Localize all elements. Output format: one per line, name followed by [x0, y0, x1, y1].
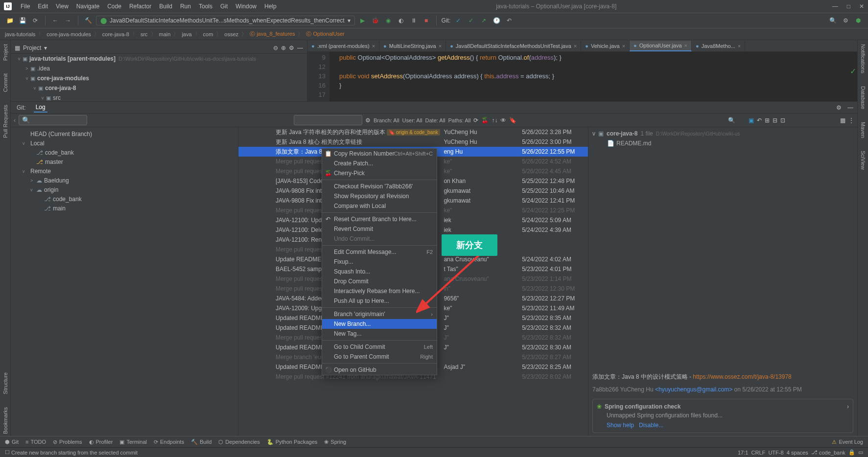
- breadcrumb-item[interactable]: core-java-8: [102, 31, 129, 37]
- menu-window[interactable]: Window: [232, 1, 260, 12]
- bottom-tab-spring[interactable]: ❀Spring: [324, 439, 346, 445]
- bottom-tab-todo[interactable]: ≡TODO: [25, 439, 46, 445]
- bottom-tab-git[interactable]: ⬢Git: [5, 439, 19, 445]
- breadcrumb-item[interactable]: ossez: [224, 31, 238, 37]
- push-icon[interactable]: ↑↓: [492, 117, 497, 124]
- revert-icon[interactable]: ↶: [757, 117, 762, 124]
- eye-icon[interactable]: 👁: [500, 117, 506, 124]
- menu-build[interactable]: Build: [155, 1, 176, 12]
- bottom-tab-dependencies[interactable]: ⬡Dependencies: [218, 439, 259, 445]
- menu-navigate[interactable]: Navigate: [72, 1, 103, 12]
- ctx-checkout-revision-a-bb-[interactable]: Checkout Revision '7a8bb266': [322, 182, 437, 191]
- breadcrumb-item[interactable]: java-tutorials: [5, 31, 35, 37]
- breadcrumb-item[interactable]: core-java-modules: [47, 31, 91, 37]
- back-icon[interactable]: ‹: [14, 117, 16, 124]
- sync-icon[interactable]: ⟳: [30, 16, 40, 25]
- editor-tab[interactable]: ●Java8DefaultStaticIntefaceMethodsUnitTe…: [446, 41, 581, 51]
- menu-file[interactable]: File: [17, 1, 34, 12]
- menu-tools[interactable]: Tools: [195, 1, 216, 12]
- disable-link[interactable]: Disable...: [639, 422, 663, 429]
- branch-node[interactable]: ⎇master: [11, 157, 238, 166]
- git-rollback-icon[interactable]: ↶: [504, 16, 514, 25]
- tool-tab-bookmarks[interactable]: Bookmarks: [2, 405, 8, 436]
- tree-node[interactable]: v▣src: [11, 93, 307, 101]
- tree-node[interactable]: v▣core-java-modules: [11, 73, 307, 83]
- breadcrumb-item[interactable]: src: [141, 31, 148, 37]
- debug-icon[interactable]: 🐞: [371, 16, 380, 25]
- tree-node[interactable]: v▣core-java-8: [11, 83, 307, 93]
- layout-icon[interactable]: ▦: [840, 117, 845, 124]
- filter-paths[interactable]: Paths: All: [448, 117, 471, 123]
- editor-tab[interactable]: ●.xml (parent-modules)×: [307, 41, 379, 51]
- bottom-tab-build[interactable]: 🔨Build: [191, 439, 211, 445]
- breadcrumb-item[interactable]: ⓒ java_8_features: [250, 30, 295, 38]
- branch-node[interactable]: >☁Baeldung: [11, 176, 238, 185]
- bottom-tab-profiler[interactable]: ◐Profiler: [89, 439, 113, 445]
- commit-row[interactable]: 更新 Java 字符串相关的内容和使用的版本 🔖 origin & code_b…: [238, 127, 588, 137]
- expand-icon[interactable]: ⊟: [773, 117, 777, 124]
- menu-refactor[interactable]: Refactor: [125, 1, 155, 12]
- settings-icon[interactable]: ⚙: [289, 45, 294, 51]
- refresh-icon[interactable]: ⟳: [473, 117, 478, 124]
- git-tab-git[interactable]: Git:: [15, 103, 28, 112]
- open-icon[interactable]: 📁: [5, 16, 15, 25]
- ctx-drop-commit[interactable]: Drop Commit: [322, 276, 437, 286]
- ctx-show-repository-at-revision[interactable]: Show Repository at Revision: [322, 191, 437, 201]
- cherry-icon[interactable]: 🍒: [481, 117, 489, 124]
- current-branch[interactable]: code_bank: [819, 450, 845, 456]
- git-history-icon[interactable]: 🕐: [492, 16, 501, 25]
- ctx-push-all-up-to-here-[interactable]: Push All up to Here...: [322, 296, 437, 306]
- caret-position[interactable]: 17:1: [738, 450, 748, 456]
- tool-tab-project[interactable]: Project: [2, 42, 8, 63]
- maximize-icon[interactable]: □: [847, 3, 850, 10]
- run-config-selector[interactable]: ⬤ Java8DefaultStaticIntefaceMethodsUnitT…: [96, 16, 355, 25]
- ctx-branch-origin-main-[interactable]: Branch 'origin/main'›: [322, 309, 437, 319]
- ctx-compare-with-local[interactable]: Compare with Local: [322, 201, 437, 211]
- branch-node[interactable]: ⎇code_bank: [11, 194, 238, 204]
- git-commit-icon[interactable]: ✓: [466, 16, 476, 25]
- ctx-revert-commit[interactable]: Revert Commit: [322, 224, 437, 234]
- search-icon[interactable]: 🔍: [728, 117, 735, 124]
- coverage-icon[interactable]: ◉: [383, 16, 393, 25]
- editor-tab[interactable]: ●MultiLineString.java×: [379, 41, 446, 51]
- git-tab-log[interactable]: Log: [34, 103, 47, 113]
- bottom-tab-terminal[interactable]: ▣Terminal: [119, 439, 147, 445]
- ctx-interactively-rebase-from-here-[interactable]: Interactively Rebase from Here...: [322, 286, 437, 296]
- tool-tab-commit[interactable]: Commit: [2, 71, 8, 94]
- filter-date[interactable]: Date: All: [425, 117, 446, 123]
- regex-icon[interactable]: ⚙: [365, 117, 371, 124]
- tool-tab-maven[interactable]: Maven: [860, 120, 866, 140]
- indent[interactable]: 4 spaces: [787, 450, 808, 456]
- git-update-icon[interactable]: ✓: [453, 16, 463, 25]
- search-icon[interactable]: 🔍: [828, 16, 838, 25]
- breadcrumb-item[interactable]: com: [203, 31, 213, 37]
- line-separator[interactable]: CRLF: [751, 450, 766, 456]
- ctx-reset-current-branch-to-here-[interactable]: ↶Reset Current Branch to Here...: [322, 214, 437, 224]
- back-icon[interactable]: ←: [50, 16, 60, 25]
- ctx-edit-commit-message-[interactable]: Edit Commit Message...F2: [322, 247, 437, 257]
- collapse-icon[interactable]: ⊖: [273, 45, 278, 51]
- log-search-input[interactable]: [19, 115, 87, 125]
- mem-icon[interactable]: ▭: [858, 449, 863, 456]
- branch-node[interactable]: vLocal: [11, 138, 238, 148]
- chevron-icon[interactable]: ›: [847, 403, 849, 410]
- breadcrumb-item[interactable]: ⓒ OptionalUser: [306, 30, 344, 38]
- bookmark-icon[interactable]: 🔖: [509, 117, 516, 124]
- editor-tab[interactable]: ●Vehicle.java×: [581, 41, 630, 51]
- bottom-tab-endpoints[interactable]: ⟳Endpoints: [154, 439, 184, 445]
- code-editor[interactable]: 912131617 public Optional<OptionalAddres…: [307, 52, 857, 101]
- tool-tab-sciview[interactable]: SciView: [860, 149, 866, 172]
- lock-icon[interactable]: 🔒: [848, 449, 855, 456]
- tool-tab-notifications[interactable]: Notifications: [860, 42, 866, 75]
- gear-icon[interactable]: ⚙: [836, 104, 842, 111]
- hide-icon[interactable]: —: [847, 104, 853, 111]
- collapse-icon[interactable]: ⊡: [780, 117, 785, 124]
- ctx-new-tag-[interactable]: New Tag...: [322, 329, 437, 339]
- event-log[interactable]: ⚠Event Log: [832, 439, 863, 445]
- menu-git[interactable]: Git: [216, 1, 232, 12]
- tool-tab-pull-requests[interactable]: Pull Requests: [2, 103, 8, 140]
- ctx-cherry-pick[interactable]: 🍒Cherry-Pick: [322, 168, 437, 178]
- ctx-squash-into-[interactable]: Squash Into...: [322, 267, 437, 276]
- menu-view[interactable]: View: [52, 1, 72, 12]
- ctx-open-on-github[interactable]: ⚫Open on GitHub: [322, 365, 437, 375]
